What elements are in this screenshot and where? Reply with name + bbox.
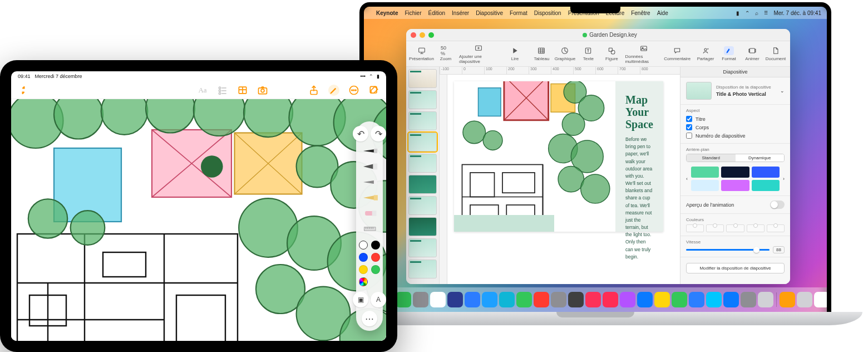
crayon-tool[interactable] — [361, 192, 378, 204]
tb-shape[interactable]: Figure — [601, 46, 622, 61]
minimize-button[interactable] — [420, 32, 425, 38]
dock-app[interactable] — [741, 292, 756, 307]
chevron-down-icon[interactable]: ⌄ — [780, 88, 785, 94]
slide-thumb[interactable] — [408, 238, 437, 257]
dock-app[interactable] — [706, 292, 722, 307]
layout-thumbnail[interactable] — [686, 82, 712, 100]
dock-app[interactable] — [585, 292, 601, 307]
tb-comment[interactable]: Commentaire — [665, 46, 689, 61]
slide-thumb[interactable] — [408, 111, 437, 130]
dock-app[interactable] — [482, 292, 497, 307]
tb-presentation[interactable]: Présentation — [411, 46, 432, 61]
dock-app[interactable] — [797, 292, 812, 307]
tb-table[interactable]: Tableau — [531, 46, 551, 61]
seg-dynamic[interactable]: Dynamique — [736, 154, 785, 162]
dock-app[interactable] — [430, 292, 446, 307]
slide-canvas[interactable]: -1000100200300400500600700800 — [440, 67, 680, 284]
slide-navigator[interactable] — [406, 67, 440, 284]
color-swatch[interactable] — [371, 265, 380, 274]
checkbox-corps[interactable]: Corps — [686, 123, 785, 131]
bg-swatch[interactable] — [691, 180, 719, 191]
dock-app[interactable] — [654, 292, 670, 307]
dock-app[interactable] — [447, 292, 463, 307]
slide-text-area[interactable]: Map Your Space Before we bring pen to pa… — [615, 81, 663, 232]
background-segmented[interactable]: Standard Dynamique — [686, 154, 785, 162]
window-titlebar[interactable]: Garden Design.key — [406, 29, 790, 41]
menu-aide[interactable]: Aide — [657, 10, 668, 16]
bg-swatch[interactable] — [752, 180, 780, 191]
zoom-button[interactable] — [428, 32, 434, 38]
dock-app[interactable] — [516, 292, 532, 307]
color-picker-icon[interactable] — [359, 277, 368, 286]
dock-app[interactable] — [568, 292, 584, 307]
menubar-clock[interactable]: Mer. 7 déc. à 09:41 — [773, 10, 821, 16]
text-format-icon[interactable]: Aa — [197, 85, 208, 96]
dock-app[interactable] — [603, 292, 618, 307]
anim-preview-toggle[interactable] — [770, 201, 785, 209]
dock-app[interactable] — [396, 292, 411, 307]
dock-app[interactable] — [689, 292, 704, 307]
spotlight-icon[interactable]: ⌕ — [755, 10, 758, 16]
checklist-icon[interactable] — [217, 85, 228, 96]
seg-standard[interactable]: Standard — [687, 154, 736, 162]
app-menu[interactable]: Keynote — [376, 10, 398, 16]
ruler-tool[interactable] — [361, 223, 378, 235]
markup-pen-icon[interactable] — [328, 85, 339, 96]
tb-document[interactable]: Document — [766, 46, 786, 61]
dock-app[interactable] — [637, 292, 653, 307]
menu-inserer[interactable]: Insérer — [452, 10, 469, 16]
tb-animate[interactable]: Animer — [742, 46, 762, 61]
slide-image[interactable] — [454, 81, 615, 232]
drawing-canvas[interactable] — [11, 99, 386, 341]
color-swatch[interactable] — [371, 241, 380, 250]
slide-thumb[interactable] — [408, 175, 437, 194]
more-icon[interactable] — [348, 85, 359, 96]
slide-thumb-selected[interactable] — [408, 133, 437, 151]
marker-tool[interactable] — [361, 160, 378, 173]
palette-text-icon[interactable]: A — [371, 292, 386, 307]
tb-share[interactable]: Partager — [696, 46, 716, 61]
dock-app[interactable] — [534, 292, 549, 307]
menu-format[interactable]: Format — [510, 10, 527, 16]
tb-format[interactable]: Format — [719, 46, 739, 61]
palette-camera-icon[interactable]: ▣ — [353, 292, 368, 307]
wifi-icon[interactable]: ⌃ — [745, 10, 749, 16]
dock-app[interactable] — [465, 292, 480, 307]
eraser-tool[interactable] — [361, 207, 378, 219]
menu-disposition[interactable]: Disposition — [534, 10, 561, 16]
slide[interactable]: Map Your Space Before we bring pen to pa… — [454, 81, 663, 232]
tb-add-slide[interactable]: Ajouter une diapositive — [459, 44, 498, 64]
checkbox-slidenum[interactable]: Numéro de diapositive — [686, 131, 785, 140]
slide-body[interactable]: Before we bring pen to paper, we'll walk… — [625, 136, 653, 261]
menu-edition[interactable]: Édition — [428, 10, 445, 16]
slide-thumb[interactable] — [408, 69, 437, 88]
tb-zoom[interactable]: 50 %Zoom — [436, 46, 456, 61]
color-swatch[interactable] — [359, 265, 368, 274]
macos-dock[interactable] — [364, 287, 827, 312]
dock-app[interactable] — [814, 292, 827, 307]
swatch-next[interactable]: › — [783, 176, 785, 182]
battery-icon[interactable]: ▮ — [736, 10, 739, 16]
pen-tool[interactable] — [361, 145, 378, 157]
menu-fenetre[interactable]: Fenêtre — [631, 10, 650, 16]
edit-layout-button[interactable]: Modifier la disposition de diapositive — [686, 263, 785, 273]
bg-swatch[interactable] — [721, 167, 749, 178]
pencilkit-palette[interactable]: ↶ ↷ ▣ A ⋯ — [356, 121, 383, 331]
slide-thumb[interactable] — [408, 90, 437, 109]
bg-swatch[interactable] — [752, 167, 780, 178]
menu-fichier[interactable]: Fichier — [405, 10, 421, 16]
color-swatch[interactable] — [371, 253, 380, 262]
camera-icon[interactable] — [257, 85, 268, 96]
tb-text[interactable]: Texte — [578, 46, 598, 61]
tb-play[interactable]: Lire — [505, 46, 525, 61]
palette-more-icon[interactable]: ⋯ — [362, 311, 377, 326]
undo-button[interactable]: ↶ — [353, 126, 368, 141]
menu-diapositive[interactable]: Diapositive — [476, 10, 503, 16]
dock-app[interactable] — [672, 292, 687, 307]
control-center-icon[interactable]: ⠿ — [764, 10, 768, 16]
dock-app[interactable] — [620, 292, 635, 307]
dock-app[interactable] — [551, 292, 566, 307]
compose-icon[interactable] — [368, 85, 379, 96]
table-icon[interactable] — [237, 85, 248, 96]
color-wells[interactable] — [686, 224, 785, 232]
